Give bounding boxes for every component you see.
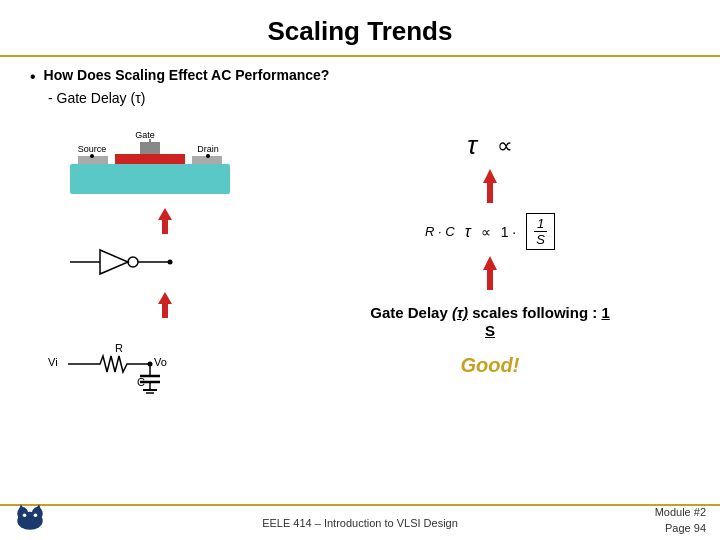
svg-point-38 <box>23 513 27 517</box>
frac-numerator: 1 <box>534 216 547 232</box>
good-label: Good! <box>461 354 520 376</box>
down-arrow-2 <box>40 290 290 324</box>
tau-symbol: τ <box>467 130 477 161</box>
svg-point-10 <box>206 154 210 158</box>
buffer-diagram <box>40 240 260 290</box>
svg-text:R: R <box>115 342 123 354</box>
alpha-symbol-1: ∝ <box>497 133 513 159</box>
one-label: 1 · <box>501 224 517 240</box>
gate-delay-suffix: scales following : <box>468 304 601 321</box>
red-arrow-right-1 <box>473 167 507 209</box>
sub-item: - Gate Delay (τ) <box>48 90 690 106</box>
gate-delay-prefix: Gate Delay <box>370 304 452 321</box>
question-text: How Does Scaling Effect AC Performance? <box>44 67 330 83</box>
page-footer: EELE 414 – Introduction to VLSI Design M… <box>0 504 720 540</box>
diagram-area: Gate Source Drain <box>30 116 690 389</box>
svg-rect-1 <box>115 154 185 164</box>
rc-label: R · C <box>425 224 455 239</box>
right-formulas: τ ∝ R · C τ ∝ 1 · 1 S <box>290 116 690 377</box>
gate-delay-denom: S <box>485 322 495 339</box>
tau-symbol-2: τ <box>465 223 471 241</box>
svg-point-39 <box>34 513 38 517</box>
frac-denominator: S <box>533 232 548 247</box>
footer-center-text: EELE 414 – Introduction to VLSI Design <box>262 517 458 529</box>
rc-formula-row: R · C τ ∝ 1 · 1 S <box>425 213 555 250</box>
red-arrow-right-2 <box>473 254 507 296</box>
footer-page: Page 94 <box>665 522 706 534</box>
page-title: Scaling Trends <box>0 16 720 47</box>
svg-point-8 <box>90 154 94 158</box>
gate-delay-value: 1 <box>601 304 609 321</box>
svg-text:Vi: Vi <box>48 356 58 368</box>
svg-text:Gate: Gate <box>135 130 155 140</box>
svg-marker-36 <box>19 504 24 509</box>
rc-circuit: Vi R Vo C <box>40 324 260 389</box>
left-diagram: Gate Source Drain <box>30 116 290 389</box>
svg-marker-37 <box>35 504 40 509</box>
gate-delay-result: Gate Delay (τ) scales following : 1 S <box>370 304 610 340</box>
svg-text:Vo: Vo <box>154 356 167 368</box>
svg-point-16 <box>168 260 173 265</box>
page-header: Scaling Trends <box>0 0 720 57</box>
bullet-item: • How Does Scaling Effect AC Performance… <box>30 67 690 86</box>
svg-rect-2 <box>140 142 160 154</box>
svg-marker-17 <box>158 292 172 318</box>
gate-delay-label: - Gate Delay (τ) <box>48 90 145 106</box>
svg-marker-32 <box>483 256 497 290</box>
footer-logo <box>10 504 50 536</box>
svg-rect-0 <box>70 164 230 194</box>
mosfet-diagram: Gate Source Drain <box>40 126 260 206</box>
svg-text:Drain: Drain <box>197 144 219 154</box>
footer-right: Module #2 Page 94 <box>655 505 706 536</box>
main-content: • How Does Scaling Effect AC Performance… <box>0 57 720 389</box>
footer-module: Module #2 <box>655 506 706 518</box>
good-label-container: Good! <box>461 354 520 377</box>
svg-marker-31 <box>483 169 497 203</box>
alpha-symbol-2: ∝ <box>481 224 491 240</box>
gate-delay-tau: (τ) <box>452 304 468 321</box>
svg-text:Source: Source <box>78 144 107 154</box>
bullet-symbol: • <box>30 68 36 86</box>
svg-marker-13 <box>100 250 128 274</box>
fraction-box: 1 S <box>526 213 555 250</box>
tau-alpha-row: τ ∝ <box>467 130 513 161</box>
